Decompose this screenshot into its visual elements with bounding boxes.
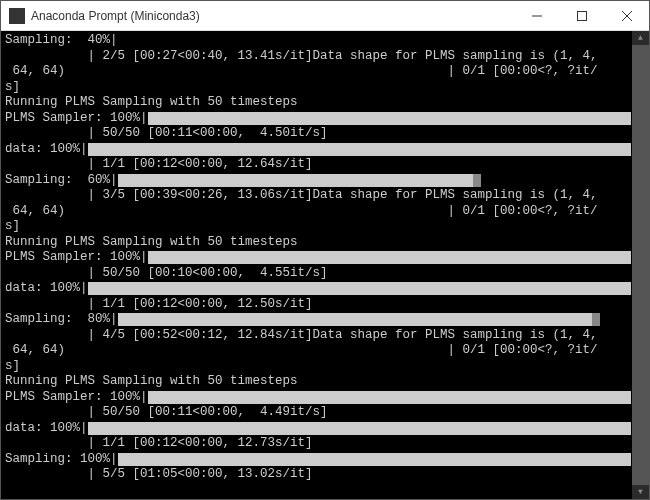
progress-bar [118,313,592,326]
terminal-area[interactable]: Sampling: 40%| | 2/5 [00:27<00:40, 13.41… [1,31,649,499]
terminal-line: Sampling: 80%| [5,312,631,328]
progress-bar [148,391,631,404]
app-window: Anaconda Prompt (Miniconda3) Sampling: 4… [0,0,650,500]
terminal-line: data: 100%| [5,421,631,437]
terminal-line: Running PLMS Sampling with 50 timesteps [5,374,631,390]
terminal-line: Sampling: 60%| [5,173,631,189]
terminal-line: 64, 64) | 0/1 [00:00<?, ?it/ [5,64,631,80]
terminal-line: | 1/1 [00:12<00:00, 12.50s/it] [5,297,631,313]
app-icon [9,8,25,24]
progress-bar [88,282,631,295]
titlebar[interactable]: Anaconda Prompt (Miniconda3) [1,1,649,31]
terminal-line: PLMS Sampler: 100%| [5,390,631,406]
scroll-up-icon[interactable]: ▲ [632,31,649,45]
terminal-line: | 3/5 [00:39<00:26, 13.06s/it]Data shape… [5,188,631,204]
minimize-button[interactable] [514,1,559,30]
terminal-line: Running PLMS Sampling with 50 timesteps [5,235,631,251]
terminal-line: | 2/5 [00:27<00:40, 13.41s/it]Data shape… [5,49,631,65]
terminal-line: Sampling: 40%| [5,33,631,49]
terminal-line: Sampling: 100%| [5,452,631,468]
terminal-line: | 50/50 [00:11<00:00, 4.50it/s] [5,126,631,142]
svg-rect-1 [577,11,586,20]
progress-bar [118,453,631,466]
terminal-line: | 4/5 [00:52<00:12, 12.84s/it]Data shape… [5,328,631,344]
close-button[interactable] [604,1,649,30]
maximize-button[interactable] [559,1,604,30]
progress-bar [88,422,631,435]
terminal-line: 64, 64) | 0/1 [00:00<?, ?it/ [5,204,631,220]
progress-bar [88,143,631,156]
progress-bar [148,251,631,264]
window-title: Anaconda Prompt (Miniconda3) [31,9,514,23]
terminal-line: | 1/1 [00:12<00:00, 12.73s/it] [5,436,631,452]
terminal-line: data: 100%| [5,142,631,158]
terminal-line: | 1/1 [00:12<00:00, 12.64s/it] [5,157,631,173]
scroll-down-icon[interactable]: ▼ [632,485,649,499]
window-controls [514,1,649,30]
progress-bar [118,174,473,187]
terminal-line: PLMS Sampler: 100%| [5,111,631,127]
terminal-content: Sampling: 40%| | 2/5 [00:27<00:40, 13.41… [5,33,631,483]
progress-bar [148,112,631,125]
terminal-line: data: 100%| [5,281,631,297]
vertical-scrollbar[interactable]: ▲ ▼ [632,31,649,499]
scroll-thumb[interactable] [632,45,649,485]
terminal-line: | 5/5 [01:05<00:00, 13.02s/it] [5,467,631,483]
terminal-line: | 50/50 [00:11<00:00, 4.49it/s] [5,405,631,421]
terminal-line: s] [5,359,631,375]
terminal-line: s] [5,219,631,235]
terminal-line: 64, 64) | 0/1 [00:00<?, ?it/ [5,343,631,359]
terminal-line: | 50/50 [00:10<00:00, 4.55it/s] [5,266,631,282]
terminal-line: PLMS Sampler: 100%| [5,250,631,266]
terminal-line: s] [5,80,631,96]
terminal-line: Running PLMS Sampling with 50 timesteps [5,95,631,111]
